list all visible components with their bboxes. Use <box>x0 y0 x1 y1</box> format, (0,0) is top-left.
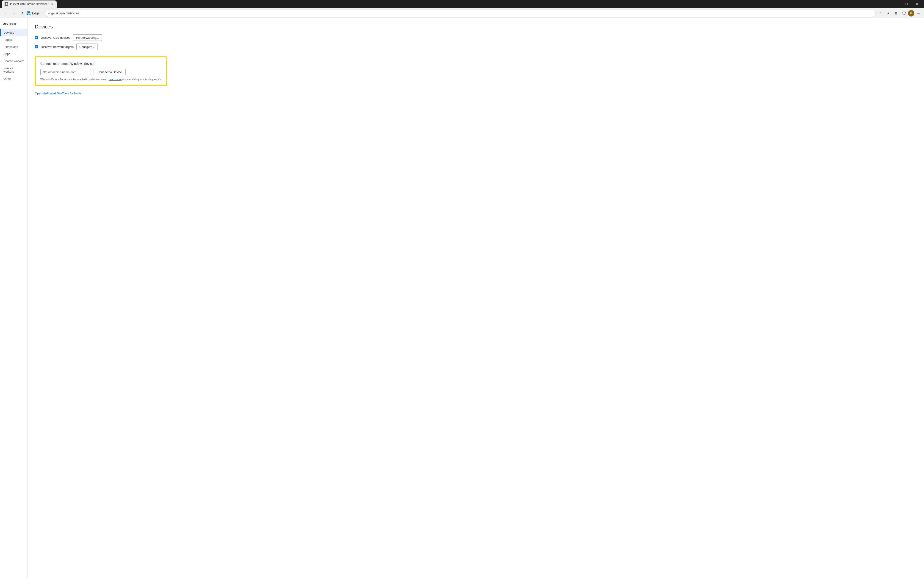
separator: | <box>43 12 43 15</box>
discover-usb-label: Discover USB devices <box>41 36 70 39</box>
remote-windows-box: Connect to a remote Windows device Conne… <box>35 56 167 86</box>
discover-usb-row: Discover USB devices Port forwarding... <box>35 35 917 41</box>
minimize-button[interactable]: — <box>891 0 901 8</box>
sidebar-item-pages[interactable]: Pages <box>0 36 27 43</box>
refresh-button[interactable]: ↺ <box>18 10 26 17</box>
new-tab-button[interactable]: + <box>58 1 64 7</box>
sidebar-item-devices-label: Devices <box>3 31 14 35</box>
sidebar-item-extensions[interactable]: Extensions <box>0 43 27 50</box>
active-tab[interactable]: 📄 Inspect with Chrome Developer ✕ <box>2 0 57 8</box>
maximize-button[interactable]: ❒ <box>901 0 912 8</box>
app-container: DevTools Devices Pages Extensions Apps S… <box>0 18 924 578</box>
settings-more-button[interactable]: ··· <box>915 10 922 17</box>
edge-label: Edge <box>32 12 40 15</box>
portal-note-after: about enabling remote diagnostics. <box>122 78 162 81</box>
window-controls: — ❒ ✕ <box>891 0 922 8</box>
sidebar-item-devices[interactable]: Devices <box>0 29 27 36</box>
sidebar-item-apps[interactable]: Apps <box>0 50 27 58</box>
main-panel: Devices Discover USB devices Port forwar… <box>28 18 924 578</box>
sidebar-item-apps-label: Apps <box>3 52 10 56</box>
page-title: Devices <box>35 24 917 30</box>
close-button[interactable]: ✕ <box>912 0 922 8</box>
browser-chrome: 📄 Inspect with Chrome Developer ✕ + — ❒ … <box>0 0 924 18</box>
remote-device-title: Connect to a remote Windows device <box>40 62 162 66</box>
share-button[interactable]: 💬 <box>900 10 908 17</box>
sidebar-item-pages-label: Pages <box>3 38 12 41</box>
forward-button[interactable]: → <box>10 10 17 17</box>
discover-network-label: Discover network targets <box>41 45 74 49</box>
immersive-reader-button[interactable]: ⊞ <box>893 10 900 17</box>
portal-note: Windows Device Portal must be enabled in… <box>40 78 162 81</box>
nav-right-icons: ☆ ★ ⊞ 💬 P ··· <box>877 10 922 17</box>
back-button[interactable]: ← <box>2 10 9 17</box>
learn-more-link[interactable]: Learn more <box>109 78 122 81</box>
sidebar-item-shared-workers[interactable]: Shared workers <box>0 58 27 65</box>
configure-button[interactable]: Configure... <box>76 44 98 50</box>
device-address-input[interactable] <box>40 69 91 75</box>
profile-button[interactable]: P <box>908 10 914 16</box>
title-bar: 📄 Inspect with Chrome Developer ✕ + — ❒ … <box>0 0 924 8</box>
node-devtools-link[interactable]: Open dedicated DevTools for Node <box>35 92 917 95</box>
collections-button[interactable]: ★ <box>884 10 892 17</box>
sidebar: DevTools Devices Pages Extensions Apps S… <box>0 18 28 578</box>
discover-usb-checkbox[interactable] <box>35 36 38 39</box>
sidebar-item-shared-workers-label: Shared workers <box>3 59 24 63</box>
discover-network-row: Discover network targets Configure... <box>35 44 917 50</box>
sidebar-item-extensions-label: Extensions <box>3 45 18 49</box>
sidebar-item-other-label: Other <box>3 77 11 81</box>
connect-row: Connect to Device <box>40 69 162 75</box>
edge-logo-icon <box>26 11 31 16</box>
favorites-button[interactable]: ☆ <box>877 10 884 17</box>
tab-title: Inspect with Chrome Developer <box>10 3 48 6</box>
devtools-title: DevTools <box>0 22 27 29</box>
sidebar-item-service-workers[interactable]: Service workers <box>0 65 27 75</box>
address-bar[interactable]: edge://inspect/#devices <box>45 10 876 17</box>
portal-note-before: Windows Device Portal must be enabled in… <box>40 78 108 81</box>
discover-network-checkbox[interactable] <box>35 45 38 48</box>
sidebar-item-other[interactable]: Other <box>0 75 27 82</box>
sidebar-item-service-workers-label: Service workers <box>3 66 14 73</box>
address-text: edge://inspect/#devices <box>48 12 79 15</box>
port-forwarding-button[interactable]: Port forwarding... <box>73 35 102 41</box>
tab-close-button[interactable]: ✕ <box>50 2 54 6</box>
navigation-bar: ← → ↺ Edge | edge://inspect/#devices ☆ ★… <box>0 8 924 18</box>
connect-to-device-button[interactable]: Connect to Device <box>94 69 126 75</box>
tab-icon: 📄 <box>5 2 8 6</box>
